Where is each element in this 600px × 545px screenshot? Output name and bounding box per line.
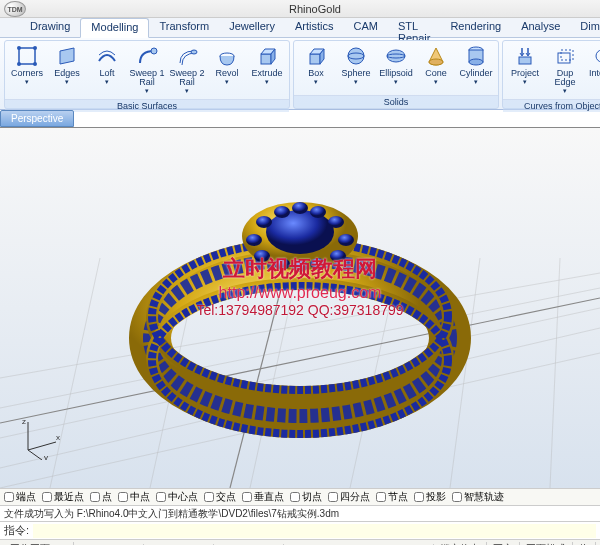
osnap-checkbox-0[interactable] bbox=[4, 492, 14, 502]
svg-point-49 bbox=[310, 206, 326, 218]
osnap-label-5: 交点 bbox=[216, 490, 236, 504]
svg-text:y: y bbox=[44, 453, 48, 460]
menu-transform[interactable]: Transform bbox=[149, 18, 219, 37]
menu-artistics[interactable]: Artistics bbox=[285, 18, 344, 37]
cylinder-button[interactable]: Cylinder▾ bbox=[456, 43, 496, 93]
sweep1-button[interactable]: Sweep 1 Rail▾ bbox=[127, 43, 167, 97]
osnap-checkbox-10[interactable] bbox=[414, 492, 424, 502]
svg-point-55 bbox=[274, 258, 290, 270]
menu-rendering[interactable]: Rendering bbox=[440, 18, 511, 37]
sphere-button[interactable]: Sphere▾ bbox=[336, 43, 376, 93]
osnap-checkbox-1[interactable] bbox=[42, 492, 52, 502]
osnap-4[interactable]: 中心点 bbox=[156, 490, 198, 504]
dropdown-arrow-icon: ▾ bbox=[265, 78, 269, 86]
menu-jewellery[interactable]: Jewellery bbox=[219, 18, 285, 37]
osnap-label-7: 切点 bbox=[302, 490, 322, 504]
dropdown-arrow-icon: ▾ bbox=[394, 78, 398, 86]
svg-point-12 bbox=[387, 50, 405, 62]
menu-modelling[interactable]: Modelling bbox=[80, 18, 149, 38]
osnap-label-1: 最近点 bbox=[54, 490, 84, 504]
osnap-checkbox-6[interactable] bbox=[242, 492, 252, 502]
osnap-0[interactable]: 端点 bbox=[4, 490, 36, 504]
osnap-10[interactable]: 投影 bbox=[414, 490, 446, 504]
revolve-button[interactable]: Revol▾ bbox=[207, 43, 247, 97]
svg-point-10 bbox=[348, 48, 364, 64]
dropdown-arrow-icon: ▾ bbox=[185, 87, 189, 95]
osnap-8[interactable]: 四分点 bbox=[328, 490, 370, 504]
command-row: 指令: bbox=[0, 522, 600, 540]
cone-button[interactable]: Cone▾ bbox=[416, 43, 456, 93]
svg-text:x: x bbox=[56, 433, 60, 442]
viewport-perspective[interactable]: z y x 立时视频教程网 http://www.proeug.com Tel:… bbox=[0, 128, 600, 488]
osnap-checkbox-8[interactable] bbox=[328, 492, 338, 502]
osnap-7[interactable]: 切点 bbox=[290, 490, 322, 504]
menu-drawing[interactable]: Drawing bbox=[20, 18, 80, 37]
menu-analyse[interactable]: Analyse bbox=[511, 18, 570, 37]
osnap-checkbox-4[interactable] bbox=[156, 492, 166, 502]
dropdown-arrow-icon: ▾ bbox=[225, 78, 229, 86]
ellipsoid-button[interactable]: Ellipsoid▾ bbox=[376, 43, 416, 93]
menu-stl-repair[interactable]: STL Repair bbox=[388, 18, 440, 37]
osnap-bar: 端点最近点点中点中心点交点垂直点切点四分点节点投影智慧轨迹 bbox=[0, 488, 600, 506]
menubar: DrawingModellingTransformJewelleryArtist… bbox=[0, 18, 600, 38]
axis-gizmo-icon: z y x bbox=[18, 416, 62, 460]
box-button[interactable]: Box▾ bbox=[296, 43, 336, 93]
osnap-checkbox-5[interactable] bbox=[204, 492, 214, 502]
cone-label: Cone bbox=[425, 69, 447, 78]
ring-model bbox=[120, 158, 480, 458]
osnap-6[interactable]: 垂直点 bbox=[242, 490, 284, 504]
dropdown-arrow-icon: ▾ bbox=[434, 78, 438, 86]
app-logo-icon: TDM bbox=[4, 1, 26, 17]
osnap-label-10: 投影 bbox=[426, 490, 446, 504]
osnap-label-6: 垂直点 bbox=[254, 490, 284, 504]
svg-point-6 bbox=[191, 50, 197, 54]
osnap-checkbox-7[interactable] bbox=[290, 492, 300, 502]
osnap-checkbox-2[interactable] bbox=[90, 492, 100, 502]
project-button[interactable]: Project▾ bbox=[505, 43, 545, 97]
menu-dimension[interactable]: Dimension bbox=[570, 18, 600, 37]
dropdown-arrow-icon: ▾ bbox=[474, 78, 478, 86]
intersect-button[interactable]: Intersec▾ bbox=[585, 43, 600, 97]
ellipsoid-icon bbox=[385, 45, 407, 67]
osnap-checkbox-11[interactable] bbox=[452, 492, 462, 502]
revolve-label: Revol bbox=[215, 69, 238, 78]
osnap-5[interactable]: 交点 bbox=[204, 490, 236, 504]
command-input[interactable] bbox=[33, 524, 596, 538]
sweep2-button[interactable]: Sweep 2 Rail▾ bbox=[167, 43, 207, 97]
menu-cam[interactable]: CAM bbox=[344, 18, 388, 37]
osnap-1[interactable]: 最近点 bbox=[42, 490, 84, 504]
svg-line-57 bbox=[28, 442, 56, 450]
osnap-label-4: 中心点 bbox=[168, 490, 198, 504]
svg-point-46 bbox=[256, 216, 272, 228]
osnap-label-9: 节点 bbox=[388, 490, 408, 504]
svg-rect-0 bbox=[19, 48, 35, 64]
dropdown-arrow-icon: ▾ bbox=[314, 78, 318, 86]
dupedge-button[interactable]: Dup Edge▾ bbox=[545, 43, 585, 97]
loft-icon bbox=[96, 45, 118, 67]
edges-icon bbox=[56, 45, 78, 67]
command-prompt-label: 指令: bbox=[4, 523, 29, 538]
osnap-checkbox-9[interactable] bbox=[376, 492, 386, 502]
loft-button[interactable]: Loft▾ bbox=[87, 43, 127, 97]
project-label: Project bbox=[511, 69, 539, 78]
osnap-2[interactable]: 点 bbox=[90, 490, 112, 504]
app-title: RhinoGold bbox=[30, 3, 600, 15]
osnap-11[interactable]: 智慧轨迹 bbox=[452, 490, 504, 504]
dropdown-arrow-icon: ▾ bbox=[563, 87, 567, 95]
cylinder-label: Cylinder bbox=[459, 69, 492, 78]
corners-icon bbox=[16, 45, 38, 67]
tab-perspective[interactable]: Perspective bbox=[0, 110, 74, 127]
cylinder-icon bbox=[465, 45, 487, 67]
osnap-checkbox-3[interactable] bbox=[118, 492, 128, 502]
corners-label: Corners bbox=[11, 69, 43, 78]
corners-button[interactable]: Corners▾ bbox=[7, 43, 47, 97]
box-label: Box bbox=[308, 69, 324, 78]
sweep1-label: Sweep 1 Rail bbox=[128, 69, 166, 87]
revolve-icon bbox=[216, 45, 238, 67]
extrude-icon bbox=[256, 45, 278, 67]
osnap-9[interactable]: 节点 bbox=[376, 490, 408, 504]
svg-point-1 bbox=[17, 46, 21, 50]
extrude-button[interactable]: Extrude▾ bbox=[247, 43, 287, 97]
osnap-3[interactable]: 中点 bbox=[118, 490, 150, 504]
edges-button[interactable]: Edges▾ bbox=[47, 43, 87, 97]
